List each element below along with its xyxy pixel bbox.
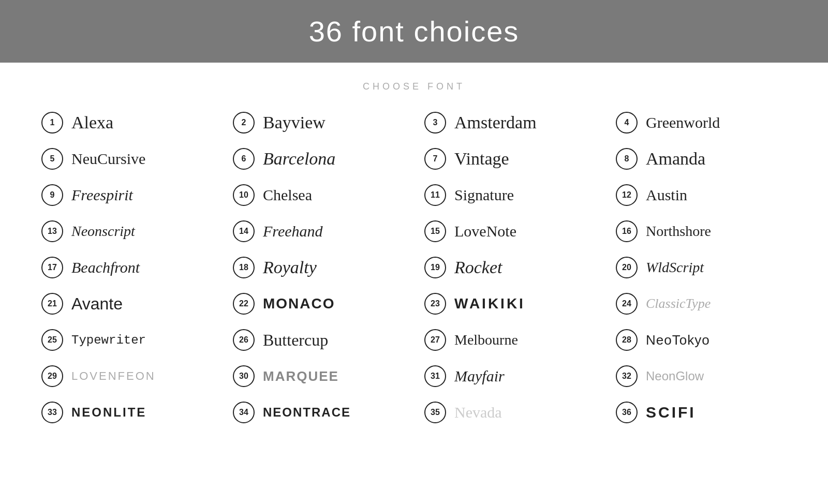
font-name: MONACO xyxy=(263,295,335,312)
font-number: 31 xyxy=(424,365,446,387)
font-number: 7 xyxy=(424,148,446,170)
font-number: 10 xyxy=(233,184,255,206)
font-number: 35 xyxy=(424,402,446,423)
fonts-grid: 1Alexa2Bayview3Amsterdam4Greenworld5NeuC… xyxy=(0,105,828,451)
font-number: 13 xyxy=(41,220,63,242)
font-name: Barcelona xyxy=(263,149,335,169)
font-name: Vintage xyxy=(454,149,509,169)
font-number: 18 xyxy=(233,257,255,278)
font-item[interactable]: 13Neonscript xyxy=(31,213,223,249)
font-item[interactable]: 14Freehand xyxy=(223,213,414,249)
font-name: LOVENFEON xyxy=(71,369,156,383)
font-item[interactable]: 25Typewriter xyxy=(31,322,223,358)
font-name: LoveNote xyxy=(454,223,516,240)
font-number: 16 xyxy=(616,220,638,242)
font-number: 11 xyxy=(424,184,446,206)
font-item[interactable]: 6Barcelona xyxy=(223,141,414,177)
font-item[interactable]: 20WldScript xyxy=(605,249,797,286)
font-item[interactable]: 35Nevada xyxy=(414,394,605,431)
font-item[interactable]: 9Freespirit xyxy=(31,177,223,213)
font-name: Nevada xyxy=(454,404,502,421)
font-name: Amanda xyxy=(646,149,705,169)
font-item[interactable]: 28NeoTokyo xyxy=(605,322,797,358)
font-name: ClassicType xyxy=(646,296,711,312)
font-name: Chelsea xyxy=(263,186,312,204)
font-number: 20 xyxy=(616,257,638,278)
font-item[interactable]: 3Amsterdam xyxy=(414,105,605,141)
font-number: 6 xyxy=(233,148,255,170)
font-item[interactable]: 27Melbourne xyxy=(414,322,605,358)
font-item[interactable]: 16Northshore xyxy=(605,213,797,249)
font-number: 17 xyxy=(41,257,63,278)
font-item[interactable]: 19Rocket xyxy=(414,249,605,286)
font-name: NeuCursive xyxy=(71,150,145,168)
font-name: Avante xyxy=(71,294,123,314)
font-name: NeonGlow xyxy=(646,369,704,383)
font-number: 19 xyxy=(424,257,446,278)
font-name: Amsterdam xyxy=(454,113,537,132)
font-name: Typewriter xyxy=(71,333,146,347)
font-number: 30 xyxy=(233,365,255,387)
font-number: 1 xyxy=(41,112,63,134)
font-item[interactable]: 33NEONLITE xyxy=(31,394,223,431)
font-number: 12 xyxy=(616,184,638,206)
font-number: 8 xyxy=(616,148,638,170)
font-item[interactable]: 17Beachfront xyxy=(31,249,223,286)
font-name: Bayview xyxy=(263,113,326,132)
font-number: 5 xyxy=(41,148,63,170)
font-item[interactable]: 31Mayfair xyxy=(414,358,605,394)
font-number: 2 xyxy=(233,112,255,134)
font-name: Freehand xyxy=(263,223,323,240)
font-name: NEONTRACE xyxy=(263,405,351,420)
font-number: 32 xyxy=(616,365,638,387)
font-name: SCIFI xyxy=(646,404,696,421)
page-title: 36 font choices xyxy=(0,14,828,48)
font-name: Mayfair xyxy=(454,367,505,385)
font-name: Signature xyxy=(454,186,514,204)
font-item[interactable]: 34NEONTRACE xyxy=(223,394,414,431)
font-name: NEONLITE xyxy=(71,405,146,420)
font-name: NeoTokyo xyxy=(646,332,710,348)
font-item[interactable]: 5NeuCursive xyxy=(31,141,223,177)
font-number: 22 xyxy=(233,293,255,315)
font-item[interactable]: 1Alexa xyxy=(31,105,223,141)
font-item[interactable]: 15LoveNote xyxy=(414,213,605,249)
font-item[interactable]: 4Greenworld xyxy=(605,105,797,141)
font-name: Northshore xyxy=(646,223,711,240)
font-name: Buttercup xyxy=(263,331,328,350)
font-item[interactable]: 23WAIKIKI xyxy=(414,286,605,322)
font-name: Alexa xyxy=(71,113,113,132)
font-item[interactable]: 22MONACO xyxy=(223,286,414,322)
font-item[interactable]: 12Austin xyxy=(605,177,797,213)
font-name: Melbourne xyxy=(454,332,518,348)
font-number: 34 xyxy=(233,402,255,423)
font-number: 33 xyxy=(41,402,63,423)
font-name: Greenworld xyxy=(646,114,720,131)
font-number: 36 xyxy=(616,402,638,423)
font-name: WldScript xyxy=(646,259,704,276)
font-name: Royalty xyxy=(263,258,317,277)
font-item[interactable]: 7Vintage xyxy=(414,141,605,177)
font-item[interactable]: 24ClassicType xyxy=(605,286,797,322)
font-item[interactable]: 11Signature xyxy=(414,177,605,213)
font-name: Rocket xyxy=(454,258,502,277)
font-item[interactable]: 18Royalty xyxy=(223,249,414,286)
font-number: 25 xyxy=(41,329,63,351)
font-item[interactable]: 30MARQUEE xyxy=(223,358,414,394)
font-name: Beachfront xyxy=(71,259,140,276)
font-item[interactable]: 26Buttercup xyxy=(223,322,414,358)
font-name: Freespirit xyxy=(71,186,133,204)
font-name: WAIKIKI xyxy=(454,295,525,312)
font-item[interactable]: 36SCIFI xyxy=(605,394,797,431)
font-item[interactable]: 21Avante xyxy=(31,286,223,322)
font-number: 26 xyxy=(233,329,255,351)
font-item[interactable]: 32NeonGlow xyxy=(605,358,797,394)
font-number: 24 xyxy=(616,293,638,315)
font-item[interactable]: 8Amanda xyxy=(605,141,797,177)
font-number: 3 xyxy=(424,112,446,134)
font-item[interactable]: 2Bayview xyxy=(223,105,414,141)
font-number: 9 xyxy=(41,184,63,206)
font-item[interactable]: 29LOVENFEON xyxy=(31,358,223,394)
section-label: CHOOSE FONT xyxy=(0,81,828,92)
font-item[interactable]: 10Chelsea xyxy=(223,177,414,213)
